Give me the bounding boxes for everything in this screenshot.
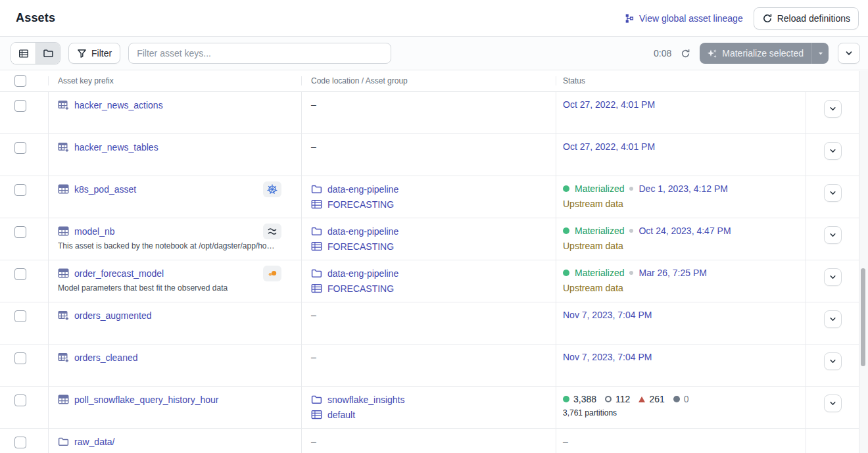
upstream-data-link[interactable]: Upstream data	[563, 283, 806, 293]
last-materialization-link[interactable]: Oct 27, 2022, 4:01 PM	[563, 99, 655, 110]
materialize-selected-button[interactable]: Materialize selected	[700, 43, 811, 64]
asset-name-link[interactable]: orders_augmented	[74, 310, 152, 321]
reload-definitions-button[interactable]: Reload definitions	[754, 7, 859, 30]
last-materialization-link[interactable]: Mar 26, 7:25 PM	[639, 268, 707, 278]
asset-group-icon	[311, 199, 322, 210]
row-checkbox[interactable]	[14, 100, 26, 112]
status-cell: MaterializedOct 24, 2023, 4:47 PMUpstrea…	[556, 218, 806, 260]
assets-table: Asset key prefix Code location / Asset g…	[0, 70, 868, 453]
table-plus-icon	[58, 352, 69, 363]
code-location-link[interactable]: data-eng-pipeline	[327, 184, 398, 195]
last-materialization-link[interactable]: Nov 7, 2023, 7:04 PM	[563, 352, 652, 362]
upstream-data-link[interactable]: Upstream data	[563, 241, 806, 251]
code-location-folder-icon	[311, 183, 322, 195]
flat-view-button[interactable]	[11, 43, 36, 64]
row-checkbox[interactable]	[14, 437, 26, 448]
last-materialization-link[interactable]: Oct 27, 2022, 4:01 PM	[563, 141, 655, 152]
row-expand-button[interactable]	[824, 310, 842, 328]
location-cell: –	[301, 134, 556, 176]
table-row: hacker_news_actions–Oct 27, 2022, 4:01 P…	[0, 92, 868, 134]
row-expand-button[interactable]	[824, 394, 842, 412]
upstream-data-link[interactable]: Upstream data	[563, 199, 806, 209]
row-checkbox[interactable]	[14, 226, 26, 238]
row-checkbox[interactable]	[14, 394, 26, 406]
asset-name-link[interactable]: hacker_news_actions	[74, 100, 163, 110]
select-all-checkbox[interactable]	[14, 75, 26, 87]
asset-cell: k8s_pod_asset	[48, 176, 301, 218]
separator-dot-icon	[629, 229, 633, 233]
row-expand-button[interactable]	[824, 226, 842, 244]
asset-name-link[interactable]: raw_data/	[74, 437, 114, 447]
materialized-dot-icon	[563, 227, 569, 234]
location-cell: –	[301, 345, 556, 386]
asset-name-link[interactable]: poll_snowflake_query_history_hour	[74, 394, 218, 405]
kubernetes-icon	[267, 184, 277, 195]
row-expand-button[interactable]	[824, 184, 842, 202]
status-cell: –	[556, 429, 806, 453]
asset-name-link[interactable]: model_nb	[74, 226, 115, 237]
folder-view-button[interactable]	[36, 43, 60, 64]
toolbar: Filter 0:08 Materialize selected	[0, 37, 868, 70]
materialized-partitions-count[interactable]: 3,388	[563, 394, 596, 404]
asset-group-link[interactable]: FORECASTING	[327, 283, 394, 294]
failed-partitions-count[interactable]: 261	[639, 394, 664, 404]
chevron-down-icon	[828, 230, 838, 240]
materialized-dot-icon	[563, 185, 569, 192]
row-expand-button[interactable]	[824, 268, 842, 286]
last-materialization-link[interactable]: Oct 24, 2023, 4:47 PM	[639, 226, 731, 236]
observed-partitions-count[interactable]: 112	[605, 394, 630, 404]
collapse-toolbar-button[interactable]	[838, 43, 860, 64]
asset-description: This asset is backed by the notebook at …	[58, 241, 291, 250]
asset-group-icon	[311, 409, 322, 420]
asset-group-link[interactable]: FORECASTING	[327, 241, 394, 252]
code-location-link[interactable]: data-eng-pipeline	[327, 268, 398, 279]
asset-filter-input[interactable]	[128, 43, 391, 64]
asset-name-link[interactable]: order_forecast_model	[74, 268, 164, 279]
code-location-link[interactable]: snowflake_insights	[327, 394, 405, 405]
asset-group-icon	[311, 241, 322, 252]
view-global-asset-lineage-link[interactable]: View global asset lineage	[625, 13, 743, 24]
count-value: 112	[615, 394, 630, 404]
view-mode-toggle	[11, 42, 60, 64]
row-expand-button[interactable]	[824, 100, 842, 118]
scrollbar-track[interactable]	[859, 71, 868, 453]
materialize-selected-group: Materialize selected	[700, 43, 829, 64]
funnel-icon	[77, 49, 87, 59]
status-cell: 3,38811226103,761 partitions	[556, 387, 806, 428]
last-materialization-link[interactable]: Nov 7, 2023, 7:04 PM	[563, 310, 652, 320]
last-materialization-link[interactable]: Dec 1, 2023, 4:12 PM	[639, 183, 727, 194]
row-checkbox[interactable]	[14, 142, 26, 154]
location-cell: snowflake_insightsdefault	[301, 387, 556, 428]
chevron-down-icon	[828, 398, 838, 408]
row-checkbox[interactable]	[14, 184, 26, 196]
filter-button[interactable]: Filter	[68, 43, 120, 64]
lineage-icon	[625, 13, 635, 24]
status-cell: Nov 7, 2023, 7:04 PM	[556, 345, 806, 386]
row-checkbox[interactable]	[14, 352, 26, 364]
missing-partitions-count[interactable]: 0	[673, 394, 689, 404]
asset-group-link[interactable]: FORECASTING	[327, 199, 394, 210]
row-expand-button[interactable]	[824, 142, 842, 160]
materialized-dot-icon	[563, 396, 569, 402]
observed-circle-icon	[605, 396, 612, 402]
asset-name-link[interactable]: k8s_pod_asset	[74, 184, 136, 195]
asset-name-link[interactable]: hacker_news_tables	[74, 142, 158, 153]
compute-kind-badge	[263, 266, 281, 281]
refresh-button[interactable]	[681, 49, 690, 59]
scrollbar-thumb[interactable]	[861, 268, 865, 366]
row-checkbox[interactable]	[14, 310, 26, 322]
table-row: poll_snowflake_query_history_hoursnowfla…	[0, 387, 868, 429]
location-cell: data-eng-pipelineFORECASTING	[301, 176, 556, 218]
asset-cell: order_forecast_modelModel parameters tha…	[48, 260, 301, 302]
asset-description: Model parameters that best fit the obser…	[58, 283, 291, 293]
reload-icon	[762, 13, 773, 24]
row-checkbox[interactable]	[14, 268, 26, 280]
table-row: order_forecast_modelModel parameters tha…	[0, 260, 868, 302]
page-title: Assets	[16, 11, 55, 25]
row-expand-button[interactable]	[824, 352, 842, 370]
code-location-link[interactable]: data-eng-pipeline	[327, 226, 398, 237]
materialized-status-label: Materialized	[575, 226, 624, 236]
asset-group-link[interactable]: default	[327, 410, 355, 420]
materialize-dropdown-button[interactable]	[811, 43, 829, 64]
asset-name-link[interactable]: orders_cleaned	[74, 352, 138, 363]
